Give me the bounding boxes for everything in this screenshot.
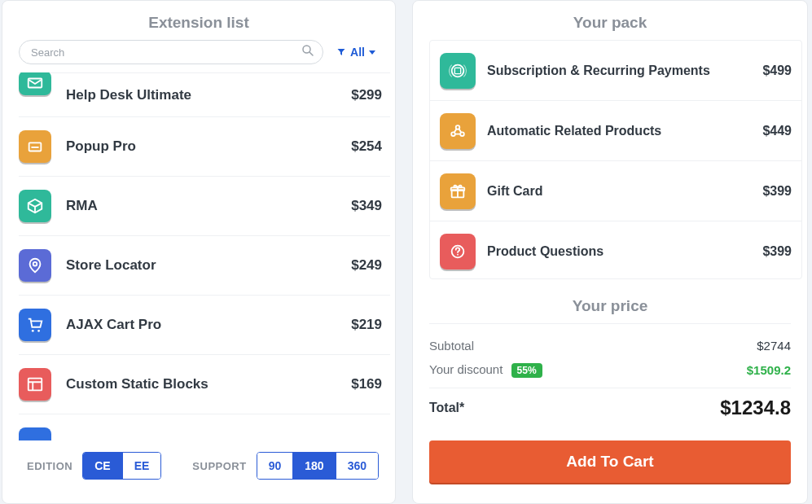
extension-list-scroll[interactable]: Help Desk Ultimate$299Popup Pro$254RMA$3… [19, 72, 390, 440]
support-option-180[interactable]: 180 [293, 453, 336, 479]
extension-item[interactable]: RMA$349 [19, 177, 390, 236]
edition-option-ce[interactable]: CE [83, 453, 122, 479]
support-option-360[interactable]: 360 [336, 453, 378, 479]
extension-item[interactable]: Help Desk Ultimate$299 [19, 72, 390, 117]
extension-name: Store Locator [66, 257, 351, 274]
box-icon [19, 190, 51, 222]
bottom-controls: EDITION CEEE SUPPORT 90180360 [2, 440, 395, 491]
subtotal-label: Subtotal [429, 339, 474, 353]
pack-item-price: $399 [762, 244, 792, 259]
extension-list-panel: Extension list All Help Desk Ultimate$29… [2, 0, 396, 504]
extension-item[interactable]: Custom Static Blocks$169 [19, 355, 390, 414]
question-icon [440, 234, 476, 270]
extension-item[interactable]: Store Locator$249 [19, 236, 390, 296]
support-option-90[interactable]: 90 [257, 453, 294, 479]
total-row: Total* $1234.8 [429, 388, 791, 424]
subtotal-row: Subtotal $2744 [429, 334, 791, 357]
extension-price: $169 [351, 376, 382, 392]
pack-item-price: $449 [762, 124, 792, 138]
pack-item-name: Automatic Related Products [487, 124, 762, 138]
extension-list: Help Desk Ultimate$299Popup Pro$254RMA$3… [19, 72, 390, 440]
total-value: $1234.8 [720, 397, 791, 419]
pack-item-name: Gift Card [487, 184, 762, 199]
edition-label: EDITION [27, 460, 72, 472]
pack-item-price: $499 [762, 64, 792, 78]
edition-toggle: CEEE [82, 452, 161, 480]
calendar-icon [440, 53, 476, 89]
chevron-down-icon [369, 50, 375, 55]
pack-item[interactable]: Subscription & Recurring Payments$499 [430, 41, 801, 101]
support-toggle: 90180360 [257, 452, 379, 480]
edition-option-ee[interactable]: EE [123, 453, 161, 479]
mail-icon [19, 72, 51, 95]
extension-price: $249 [351, 257, 382, 274]
add-to-cart-button[interactable]: Add To Cart [429, 440, 791, 483]
discount-row: Your discount 55% $1509.2 [429, 357, 791, 383]
pack-item-name: Subscription & Recurring Payments [487, 64, 762, 78]
subtotal-value: $2744 [757, 339, 791, 353]
pack-list-scroll[interactable]: Subscription & Recurring Payments$499Aut… [429, 40, 802, 279]
extension-item[interactable]: Popup Pro$254 [19, 117, 390, 177]
search-row: All [2, 40, 395, 72]
funnel-icon [336, 47, 346, 57]
extension-name: AJAX Cart Pro [66, 317, 351, 333]
extension-name: Popup Pro [66, 138, 351, 155]
filter-dropdown[interactable]: All [333, 46, 379, 59]
filter-label: All [350, 46, 365, 59]
support-label: SUPPORT [192, 460, 246, 472]
pack-item-name: Product Questions [487, 244, 762, 259]
extension-price: $349 [351, 198, 382, 214]
search-box [19, 40, 323, 64]
pack-item[interactable]: Gift Card$399 [430, 161, 801, 221]
gift-icon [440, 173, 476, 209]
related-icon [440, 113, 476, 149]
price-section: Your price Subtotal $2744 Your discount … [413, 279, 807, 436]
pack-item[interactable]: Product Questions$399 [430, 221, 801, 279]
pack-list: Subscription & Recurring Payments$499Aut… [429, 40, 802, 279]
discount-badge: 55% [511, 363, 542, 378]
extension-list-title: Extension list [2, 1, 395, 40]
extension-name: Custom Static Blocks [66, 376, 351, 392]
extension-price: $219 [351, 317, 382, 333]
popup-icon [19, 130, 51, 163]
cart-icon [19, 309, 51, 341]
your-price-title: Your price [429, 284, 791, 324]
discount-label: Your discount 55% [429, 362, 542, 378]
total-label: Total* [429, 401, 464, 415]
extension-price: $254 [351, 138, 382, 155]
discount-value: $1509.2 [747, 363, 791, 377]
your-pack-title: Your pack [413, 1, 807, 40]
your-pack-panel: Your pack Subscription & Recurring Payme… [412, 0, 808, 504]
extension-price: $299 [351, 87, 382, 103]
pin-icon [19, 249, 51, 282]
search-icon [301, 43, 315, 61]
pack-item-price: $399 [762, 184, 792, 199]
extension-name: RMA [66, 198, 351, 214]
pack-item[interactable]: Automatic Related Products$449 [430, 101, 801, 161]
blocks-icon [19, 368, 51, 401]
extension-name: Help Desk Ultimate [66, 87, 351, 103]
search-input[interactable] [19, 40, 323, 64]
extension-item-partial[interactable] [19, 414, 390, 440]
extension-item[interactable]: AJAX Cart Pro$219 [19, 296, 390, 355]
partial-icon [19, 427, 51, 440]
